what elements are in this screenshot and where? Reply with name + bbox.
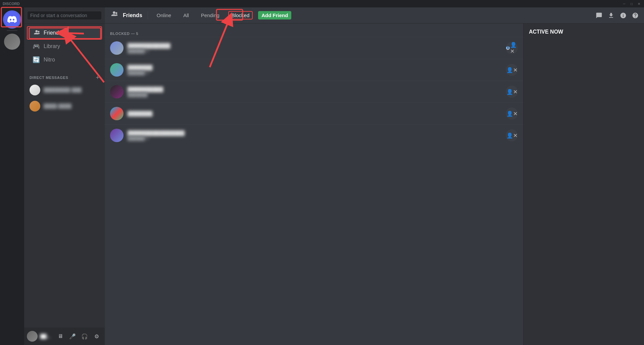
nav-items: Friends 🎮 Library 🔄 Nitro xyxy=(24,24,105,69)
unblock-button[interactable]: 👤✕ xyxy=(506,107,518,120)
discord-home-button[interactable] xyxy=(4,11,20,28)
new-group-dm-button[interactable] xyxy=(596,12,602,19)
dm-section-header: DIRECT MESSAGES + xyxy=(24,69,105,82)
friends-icon xyxy=(110,11,117,20)
tab-pending[interactable]: Pending xyxy=(198,11,223,19)
nav-friends-label: Friends xyxy=(44,30,61,36)
friend-status: ██████ed xyxy=(128,49,506,53)
server-sidebar xyxy=(0,7,24,345)
avatar xyxy=(110,41,123,55)
friend-actions: 👤✕ xyxy=(506,86,518,98)
nav-friends[interactable]: Friends xyxy=(27,26,102,40)
unblock-button[interactable]: 👤 👤✕ xyxy=(506,42,518,54)
nav-library[interactable]: 🎮 Library xyxy=(27,40,102,53)
table-row[interactable]: ████████████████ ██████ed 👤✕ xyxy=(105,124,523,146)
user-panel-avatar xyxy=(27,331,38,342)
friend-name: ████████████████ xyxy=(128,130,506,136)
download-button[interactable] xyxy=(608,12,614,19)
friend-actions: 👤✕ xyxy=(506,107,518,120)
friends-icon xyxy=(32,29,40,37)
tab-all[interactable]: All xyxy=(180,11,192,19)
friend-status: ██████ed xyxy=(128,136,506,141)
page-title: Friends xyxy=(123,12,142,18)
settings-button[interactable]: ⚙ xyxy=(91,331,102,342)
unblock-button[interactable]: 👤✕ xyxy=(506,129,518,141)
friends-area: BLOCKED — 5 ████████████ ██████ed 👤 👤✕ xyxy=(105,24,644,345)
nav-library-label: Library xyxy=(44,43,60,49)
friends-list: BLOCKED — 5 ████████████ ██████ed 👤 👤✕ xyxy=(105,24,523,345)
main-content: Friends Online All Pending Blocked Add F… xyxy=(105,7,644,345)
avatar xyxy=(110,85,123,98)
user-panel: ██████ 🖥 🎤 🎧 ⚙ xyxy=(24,328,105,345)
top-bar-right xyxy=(596,12,639,19)
app-title: DISCORD xyxy=(3,2,20,6)
title-bar: DISCORD ─ □ ✕ xyxy=(0,0,644,7)
friend-status: ██████ed xyxy=(128,71,506,75)
friend-info: ███████ xyxy=(128,111,506,117)
friend-info: ████████████ ██████ed xyxy=(128,43,506,53)
channel-sidebar: Friends 🎮 Library 🔄 Nitro DIRECT MESSAGE… xyxy=(24,7,105,345)
unblock-button[interactable]: 👤✕ xyxy=(506,86,518,98)
screen-share-button[interactable]: 🖥 xyxy=(55,331,66,342)
deafen-button[interactable]: 🎧 xyxy=(79,331,90,342)
search-bar[interactable] xyxy=(24,7,105,24)
nitro-icon: 🔄 xyxy=(32,56,40,64)
inbox-button[interactable] xyxy=(620,12,627,19)
dm-name: ████ ████ xyxy=(44,103,71,109)
svg-text:👤: 👤 xyxy=(506,46,510,49)
friend-info: ██████████ ███████ xyxy=(128,87,506,97)
avatar xyxy=(110,129,123,142)
dm-name: ████████ ███ xyxy=(44,87,82,93)
library-icon: 🎮 xyxy=(32,42,40,50)
nav-nitro-label: Nitro xyxy=(44,57,55,63)
friend-name: ██████████ xyxy=(128,87,506,92)
friend-status: ███████ xyxy=(128,92,506,97)
friend-name: ███████ xyxy=(128,65,506,71)
add-dm-button[interactable]: + xyxy=(96,75,99,81)
search-input[interactable] xyxy=(28,11,101,19)
blocked-count-label: BLOCKED — 5 xyxy=(105,29,523,37)
add-friend-button[interactable]: Add Friend xyxy=(258,11,291,19)
close-button[interactable]: ✕ xyxy=(637,1,641,6)
active-now-sidebar: ACTIVE NOW xyxy=(523,24,644,345)
avatar xyxy=(110,63,123,77)
user-panel-info: ██████ xyxy=(40,334,52,339)
list-item[interactable]: ████ ████ xyxy=(27,98,102,114)
tab-online[interactable]: Online xyxy=(153,11,175,19)
top-bar: Friends Online All Pending Blocked Add F… xyxy=(105,7,644,24)
table-row[interactable]: ███████ ██████ed 👤✕ xyxy=(105,59,523,81)
dm-list: ████████ ███ ████ ████ xyxy=(24,82,105,328)
friend-info: ████████████████ ██████ed xyxy=(128,130,506,141)
table-row[interactable]: ███████ 👤✕ xyxy=(105,102,523,124)
friend-name: ███████ xyxy=(128,111,506,117)
active-now-title: ACTIVE NOW xyxy=(529,29,639,35)
friend-name: ████████████ xyxy=(128,43,506,49)
minimize-button[interactable]: ─ xyxy=(622,1,627,6)
maximize-button[interactable]: □ xyxy=(629,1,634,6)
divider xyxy=(148,11,148,19)
table-row[interactable]: ████████████ ██████ed 👤 👤✕ xyxy=(105,37,523,59)
window-controls: ─ □ ✕ xyxy=(622,1,641,6)
app-body: Friends 🎮 Library 🔄 Nitro DIRECT MESSAGE… xyxy=(0,7,644,345)
dm-section-title: DIRECT MESSAGES xyxy=(30,76,68,80)
user-panel-controls: 🖥 🎤 🎧 ⚙ xyxy=(55,331,102,342)
server-divider xyxy=(7,30,17,31)
unblock-button[interactable]: 👤✕ xyxy=(506,64,518,76)
username: ██████ xyxy=(40,334,52,339)
friend-info: ███████ ██████ed xyxy=(128,65,506,75)
help-button[interactable] xyxy=(632,12,639,19)
avatar xyxy=(110,107,123,120)
friend-actions: 👤✕ xyxy=(506,64,518,76)
avatar xyxy=(30,101,40,112)
friend-actions: 👤 👤✕ xyxy=(506,42,518,54)
friend-actions: 👤✕ xyxy=(506,129,518,141)
tab-blocked[interactable]: Blocked xyxy=(228,11,253,19)
mute-button[interactable]: 🎤 xyxy=(67,331,78,342)
avatar xyxy=(30,85,40,95)
server-icon-user[interactable] xyxy=(4,34,20,50)
table-row[interactable]: ██████████ ███████ 👤✕ xyxy=(105,81,523,102)
list-item[interactable]: ████████ ███ xyxy=(27,82,102,98)
nav-nitro[interactable]: 🔄 Nitro xyxy=(27,53,102,67)
